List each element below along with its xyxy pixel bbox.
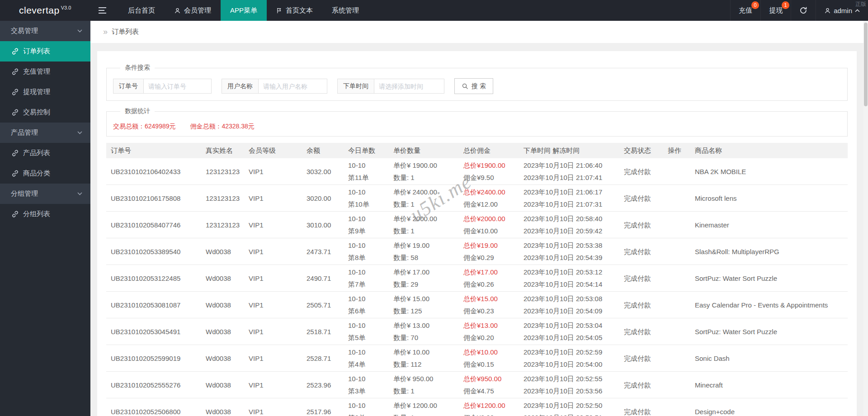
time-cell: 2023年10月10日 20:52:502023年10月10日 20:53:51 bbox=[519, 398, 619, 416]
topbar-right: 充值 0 提现 1 admin bbox=[730, 0, 868, 21]
total-trade-stat: 交易总额：6249989元 bbox=[113, 123, 176, 130]
today-orders-cell: 10-10第6单 bbox=[344, 292, 389, 318]
nav-item-label: 后台首页 bbox=[128, 6, 155, 15]
action-cell bbox=[663, 318, 690, 345]
search-button[interactable]: 搜 索 bbox=[454, 78, 493, 94]
chevron-down-icon bbox=[77, 131, 82, 134]
time-cell: 2023年10月10日 20:53:082023年10月10日 20:54:09 bbox=[519, 292, 619, 318]
order-time-field-label: 下单时间 bbox=[337, 79, 374, 94]
balance-cell: 2517.96 bbox=[302, 398, 344, 416]
link-icon bbox=[12, 170, 19, 177]
total-commission-cell: 总价¥1900.00佣金¥9.50 bbox=[459, 158, 519, 185]
action-cell bbox=[663, 265, 690, 292]
person-icon bbox=[174, 7, 181, 14]
real-name-cell: Wd0038 bbox=[201, 238, 244, 265]
nav-item-app-menu[interactable]: APP菜单 bbox=[221, 0, 267, 21]
time-cell: 2023年10月10日 21:06:172023年10月10日 21:07:31 bbox=[519, 185, 619, 212]
today-orders-cell: 10-10第8单 bbox=[344, 238, 389, 265]
sidebar-item-label: 商品分类 bbox=[23, 169, 50, 178]
nav-item-home-text[interactable]: 首页文本 bbox=[267, 0, 322, 21]
sidebar-item-product-list[interactable]: 产品列表 bbox=[0, 143, 90, 163]
scrollbar-thumb[interactable] bbox=[864, 23, 868, 106]
license-watermark-text: 正版 bbox=[855, 0, 866, 8]
table-row: UB2310102052555276 Wd0038 VIP1 2523.96 1… bbox=[106, 372, 848, 398]
sidebar-item-order-list[interactable]: 订单列表 bbox=[0, 41, 90, 61]
total-commission-cell: 总价¥15.00佣金¥0.23 bbox=[459, 292, 519, 318]
product-cell: Kinemaster bbox=[690, 212, 848, 238]
breadcrumb-marker-icon: » bbox=[103, 27, 108, 37]
order-time-input[interactable] bbox=[374, 79, 444, 94]
link-icon bbox=[12, 109, 19, 116]
search-button-label: 搜 索 bbox=[472, 82, 486, 90]
sidebar-group-label: 交易管理 bbox=[11, 27, 38, 35]
status-cell: 完成付款 bbox=[619, 185, 663, 212]
page-title: 订单列表 bbox=[112, 28, 139, 36]
status-cell: 完成付款 bbox=[619, 292, 663, 318]
table-row: UB2310102058407746 123123123 VIP1 3010.0… bbox=[106, 212, 848, 238]
price-qty-cell: 单价¥ 1900.00数量: 1 bbox=[389, 158, 459, 185]
nav-item-dashboard[interactable]: 后台首页 bbox=[118, 0, 165, 21]
admin-username: admin bbox=[834, 7, 852, 14]
product-cell: SortPuz: Water Sort Puzzle bbox=[690, 265, 848, 292]
order-table-body: UB2310102106402433 123123123 VIP1 3032.0… bbox=[106, 158, 848, 416]
nav-item-label: 系统管理 bbox=[332, 6, 359, 15]
vip-level-cell: VIP1 bbox=[244, 372, 302, 398]
chevron-down-icon bbox=[77, 192, 82, 195]
logo-text: clevertap bbox=[19, 5, 60, 16]
table-row: UB2310102052599019 Wd0038 VIP1 2528.71 1… bbox=[106, 345, 848, 372]
column-header: 单价数量 bbox=[389, 143, 459, 158]
column-header: 交易状态 bbox=[619, 143, 663, 158]
sidebar-group-grouping[interactable]: 分组管理 bbox=[0, 184, 90, 204]
balance-cell: 2523.96 bbox=[302, 372, 344, 398]
sidebar-item-goods-category[interactable]: 商品分类 bbox=[0, 163, 90, 184]
top-nav: 后台首页 会员管理 APP菜单 首页文本 系统管理 bbox=[118, 0, 368, 21]
recharge-badge: 0 bbox=[751, 1, 759, 9]
search-panel-legend: 条件搜索 bbox=[120, 64, 155, 72]
username-field-group: 用户名称 bbox=[222, 79, 327, 94]
order-no-cell: UB2310102053081087 bbox=[106, 292, 201, 318]
order-table: 订单号真实姓名会员等级余额今日单数单价数量总价佣金下单时间 解冻时间交易状态操作… bbox=[106, 143, 848, 416]
total-commission-label: 佣金总额： bbox=[190, 123, 222, 130]
sidebar-item-label: 订单列表 bbox=[23, 47, 50, 56]
breadcrumb: » 订单列表 bbox=[90, 21, 868, 43]
username-input[interactable] bbox=[259, 79, 327, 94]
chevron-up-icon bbox=[855, 9, 860, 12]
total-commission-value: 42328.38元 bbox=[222, 123, 254, 130]
recharge-button[interactable]: 充值 0 bbox=[730, 0, 760, 21]
real-name-cell: Wd0038 bbox=[201, 372, 244, 398]
order-no-cell: UB2310102052599019 bbox=[106, 345, 201, 372]
order-no-cell: UB2310102106402433 bbox=[106, 158, 201, 185]
order-no-cell: UB2310102053045491 bbox=[106, 318, 201, 345]
sidebar-item-group-list[interactable]: 分组列表 bbox=[0, 204, 90, 224]
nav-item-members[interactable]: 会员管理 bbox=[165, 0, 221, 21]
time-cell: 2023年10月10日 20:58:402023年10月10日 20:59:42 bbox=[519, 212, 619, 238]
withdraw-button[interactable]: 提现 1 bbox=[760, 0, 791, 21]
sidebar-group-product[interactable]: 产品管理 bbox=[0, 123, 90, 143]
action-cell bbox=[663, 212, 690, 238]
order-no-input[interactable] bbox=[144, 79, 212, 94]
flag-icon bbox=[276, 7, 283, 14]
sidebar-collapse-button[interactable] bbox=[90, 0, 114, 21]
balance-cell: 3020.00 bbox=[302, 185, 344, 212]
action-cell bbox=[663, 292, 690, 318]
total-commission-cell: 总价¥950.00佣金¥4.75 bbox=[459, 372, 519, 398]
sidebar-group-trade[interactable]: 交易管理 bbox=[0, 21, 90, 41]
product-cell: NBA 2K MOBILE bbox=[690, 158, 848, 185]
product-cell: Design+code bbox=[690, 398, 848, 416]
sidebar-item-trade-control[interactable]: 交易控制 bbox=[0, 102, 90, 123]
vip-level-cell: VIP1 bbox=[244, 292, 302, 318]
balance-cell: 2473.71 bbox=[302, 238, 344, 265]
price-qty-cell: 单价¥ 10.00数量: 112 bbox=[389, 345, 459, 372]
balance-cell: 3032.00 bbox=[302, 158, 344, 185]
sidebar-item-withdraw-mgmt[interactable]: 提现管理 bbox=[0, 82, 90, 102]
logo-version: V3.0 bbox=[61, 5, 71, 10]
sidebar-item-recharge-mgmt[interactable]: 充值管理 bbox=[0, 61, 90, 82]
refresh-button[interactable] bbox=[791, 0, 816, 21]
hamburger-icon bbox=[99, 7, 106, 14]
order-no-cell: UB2310102053389540 bbox=[106, 238, 201, 265]
status-cell: 完成付款 bbox=[619, 318, 663, 345]
nav-item-label: 会员管理 bbox=[184, 6, 211, 15]
price-qty-cell: 单价¥ 950.00数量: 1 bbox=[389, 372, 459, 398]
real-name-cell: 123123123 bbox=[201, 185, 244, 212]
nav-item-system[interactable]: 系统管理 bbox=[322, 0, 368, 21]
